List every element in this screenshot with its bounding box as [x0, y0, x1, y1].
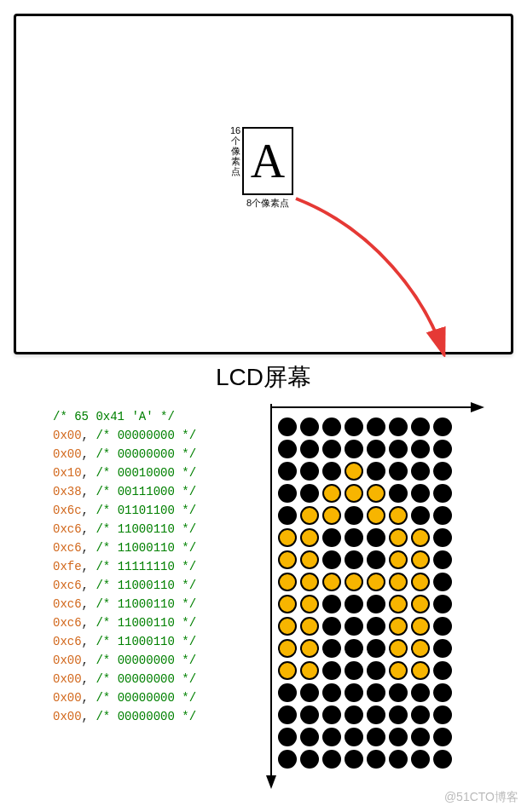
dot-off [433, 528, 452, 547]
dot-row [276, 549, 454, 571]
dot-off [322, 462, 341, 481]
dot-row [276, 726, 454, 748]
dot-off [433, 728, 452, 746]
dot-on [389, 528, 408, 547]
dot-on [322, 484, 341, 503]
dot-off [367, 750, 385, 769]
dot-off [300, 418, 319, 436]
dot-on [300, 639, 319, 658]
dot-off [300, 462, 319, 481]
dot-off [389, 728, 408, 746]
dot-off [433, 506, 452, 525]
bottom-section: /* 65 0x41 'A' */ 0x00, /* 00000000 */ 0… [14, 400, 513, 792]
dot-off [389, 683, 408, 702]
dot-off [322, 639, 341, 658]
dot-off [367, 595, 385, 613]
dot-row [276, 593, 454, 615]
dot-on [389, 639, 408, 658]
dot-on [300, 506, 319, 525]
dot-off [433, 683, 452, 702]
dot-on [367, 484, 385, 503]
dot-off [345, 617, 363, 636]
character-box: A [242, 127, 293, 195]
dot-off [345, 418, 363, 436]
dot-off [345, 550, 363, 569]
dot-off [367, 617, 385, 636]
dot-on [300, 573, 319, 591]
width-label: 8个像素点 [242, 197, 293, 210]
dot-off [433, 750, 452, 769]
x-axis-icon [268, 399, 489, 416]
dot-off [345, 661, 363, 680]
dot-on [278, 595, 297, 613]
dot-off [322, 705, 341, 724]
dot-off [433, 573, 452, 591]
dot-off [345, 595, 363, 613]
dot-off [367, 462, 385, 481]
dot-off [322, 550, 341, 569]
dot-off [278, 506, 297, 525]
dot-row [276, 571, 454, 593]
dot-on [389, 550, 408, 569]
dot-off [322, 661, 341, 680]
dot-off [433, 661, 452, 680]
dot-on [345, 484, 363, 503]
font-byte-listing: /* 65 0x41 'A' */ 0x00, /* 00000000 */ 0… [53, 407, 196, 726]
dot-off [433, 462, 452, 481]
dot-on [278, 528, 297, 547]
dot-on [345, 462, 363, 481]
dot-off [411, 462, 430, 481]
dot-off [278, 683, 297, 702]
dot-off [322, 750, 341, 769]
dot-on [411, 661, 430, 680]
dot-on [389, 573, 408, 591]
dot-on [300, 595, 319, 613]
dot-off [367, 440, 385, 458]
dot-off [389, 484, 408, 503]
dot-on [411, 617, 430, 636]
dot-off [322, 595, 341, 613]
dot-row [276, 637, 454, 659]
dot-row [276, 615, 454, 637]
dot-off [367, 661, 385, 680]
dot-off [389, 418, 408, 436]
height-label: 16个像素点 [229, 125, 241, 176]
dot-on [411, 639, 430, 658]
dot-on [322, 506, 341, 525]
dot-off [367, 728, 385, 746]
dot-on [411, 595, 430, 613]
dot-off [367, 550, 385, 569]
dot-off [322, 683, 341, 702]
dot-off [411, 705, 430, 724]
dot-row [276, 659, 454, 682]
dot-off [345, 440, 363, 458]
dot-off [300, 484, 319, 503]
dot-row [276, 748, 454, 770]
dot-off [411, 440, 430, 458]
dot-off [433, 639, 452, 658]
dot-row [276, 482, 454, 504]
dot-row [276, 416, 454, 438]
dot-off [411, 506, 430, 525]
dot-row [276, 682, 454, 704]
dot-off [389, 705, 408, 724]
dot-row [276, 527, 454, 549]
dot-on [345, 573, 363, 591]
dot-off [278, 462, 297, 481]
dot-on [300, 661, 319, 680]
dot-on [278, 617, 297, 636]
dot-off [345, 683, 363, 702]
dot-off [389, 462, 408, 481]
dot-on [389, 506, 408, 525]
dot-off [278, 418, 297, 436]
dot-off [278, 705, 297, 724]
dot-off [433, 705, 452, 724]
watermark: @51CTO博客 [444, 790, 518, 805]
dot-off [300, 728, 319, 746]
dot-off [367, 528, 385, 547]
dot-off [322, 728, 341, 746]
dot-off [367, 418, 385, 436]
dot-off [300, 705, 319, 724]
dot-on [411, 573, 430, 591]
dot-off [367, 705, 385, 724]
